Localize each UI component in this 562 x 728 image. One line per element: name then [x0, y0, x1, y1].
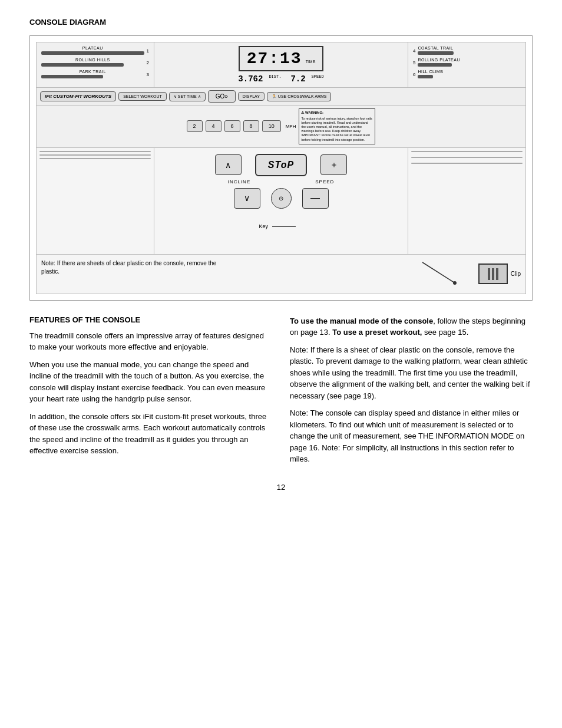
ifit-button[interactable]: iFit CUSTOM-FIT WORKOUTS [40, 91, 116, 101]
rolling-number: 2 [147, 60, 149, 65]
coastal-number: 4 [413, 48, 415, 54]
speed-up-button[interactable]: ＋ [320, 154, 347, 175]
speed-selector-row: 2 4 6 8 10 MPH ⚠ WARNING: To reduce risk… [37, 106, 525, 148]
clip-label: Clip [511, 271, 521, 277]
plateau-label: PLATEAU [41, 46, 144, 50]
features-title: FEATURES OF THE CONSOLE [29, 315, 272, 324]
diagram-inner: PLATEAU 1 ROLLING HILLS 2 PARK TRAIL [36, 42, 526, 294]
button-row: iFit CUSTOM-FIT WORKOUTS SELECT WORKOUT … [37, 88, 525, 106]
left-workouts-panel: PLATEAU 1 ROLLING HILLS 2 PARK TRAIL [37, 42, 154, 87]
clip-image: Clip [478, 263, 521, 284]
mph-label: MPH [286, 124, 296, 129]
control-labels-row: INCLINE SPEED [228, 179, 335, 185]
speed-down-button[interactable]: — [302, 188, 329, 209]
console-diagram-title: CONSOLE DIAGRAM [29, 18, 533, 27]
features-paragraph-2: When you use the manual mode, you can ch… [29, 359, 272, 405]
speed-4-button[interactable]: 4 [206, 120, 222, 132]
speed-10-button[interactable]: 10 [262, 120, 281, 132]
clip-connector: Clip [416, 259, 521, 289]
speed-8-button[interactable]: 8 [243, 120, 259, 132]
right-paragraph-3: Note: The console can display speed and … [290, 407, 533, 465]
rolling-line [41, 63, 124, 67]
manual-mode-bold: To use the manual mode of the console [290, 317, 433, 325]
page-number: 12 [29, 483, 533, 492]
clip-lines [488, 268, 498, 280]
coastal-line [418, 51, 453, 55]
left-panel [37, 148, 154, 254]
key-label: Key [259, 223, 296, 229]
left-line-2 [39, 154, 151, 156]
set-time-button[interactable]: ∨ SET TIME ∧ [169, 92, 206, 101]
right-paragraph-1: To use the manual mode of the console, f… [290, 315, 533, 338]
svg-line-0 [422, 262, 455, 283]
diagram-top-row: PLATEAU 1 ROLLING HILLS 2 PARK TRAIL [37, 42, 525, 88]
workout-item-park: PARK TRAIL 3 [41, 70, 149, 80]
speed-column: ＋ [320, 154, 347, 175]
warning-text: To reduce risk of serious injury, stand … [301, 117, 373, 142]
go-button[interactable]: GO» [208, 90, 236, 103]
sub-display: 3.762 DIST. 7.2 SPEED [238, 74, 323, 84]
hill-climb-number: 6 [413, 72, 415, 77]
features-paragraph-1: The treadmill console offers an impressi… [29, 330, 272, 353]
hill-climb-line [418, 75, 433, 78]
controls-second-row: ∨ ⊙ Key — [234, 188, 329, 209]
controls-middle-row: ∧ SToP ＋ [215, 154, 347, 176]
plateau-line [41, 51, 144, 55]
coastal-label: COASTAL TRAIL [418, 46, 453, 50]
rolling-plateau-number: 5 [413, 60, 415, 65]
features-paragraph-3: In addition, the console offers six iFit… [29, 411, 272, 457]
plateau-number: 1 [147, 48, 149, 54]
incline-label: INCLINE [228, 179, 251, 185]
time-display-box: 27:13 TIME [239, 46, 324, 71]
display-button[interactable]: DISPLAY [238, 92, 265, 101]
speed-2-button[interactable]: 2 [187, 120, 203, 132]
select-workout-button[interactable]: SELECT WORKOUT [118, 92, 167, 101]
speed-6-button[interactable]: 6 [224, 120, 240, 132]
left-line-3 [39, 158, 151, 159]
park-line [41, 75, 103, 78]
clip-box [478, 263, 508, 284]
center-display-panel: 27:13 TIME 3.762 DIST. 7.2 SPEED [154, 42, 408, 87]
right-p1-rest2: see page 15. [422, 328, 468, 337]
bottom-area: Note: If there are sheets of clear plast… [37, 254, 525, 294]
warning-header: ⚠ WARNING: [301, 111, 373, 116]
left-text-column: FEATURES OF THE CONSOLE The treadmill co… [29, 315, 272, 471]
warning-box: ⚠ WARNING: To reduce risk of serious inj… [299, 108, 375, 144]
right-line-3 [411, 163, 523, 164]
workout-item-rolling-plateau: 5 ROLLING PLATEAU [413, 58, 521, 68]
park-label: PARK TRAIL [41, 70, 144, 74]
main-control-area: ∧ SToP ＋ INCLINE SPEED ∨ [37, 148, 525, 254]
stop-button[interactable]: SToP [255, 154, 307, 176]
speed-label: SPEED [312, 74, 324, 84]
hill-climb-label: HILL CLIMB [418, 70, 443, 74]
rolling-label: ROLLING HILLS [41, 58, 144, 62]
text-content: FEATURES OF THE CONSOLE The treadmill co… [29, 315, 533, 471]
preset-workout-bold: To use a preset workout, [332, 328, 422, 337]
right-line-2 [411, 157, 523, 158]
workout-item-plateau: PLATEAU 1 [41, 46, 149, 56]
clip-area: Clip [218, 259, 521, 289]
incline-up-button[interactable]: ∧ [215, 154, 242, 175]
incline-down-button[interactable]: ∨ [234, 188, 260, 209]
dist-label: DIST. [269, 74, 281, 84]
speed-label: SPEED [315, 179, 334, 185]
svg-point-1 [453, 281, 457, 285]
time-label: TIME [306, 60, 316, 64]
workout-item-coastal: 4 COASTAL TRAIL [413, 46, 521, 56]
dist-value: 3.762 [238, 74, 263, 84]
left-line-1 [39, 151, 151, 152]
key-area: ⊙ Key [271, 188, 292, 209]
note-text: Note: If there are sheets of clear plast… [41, 259, 218, 276]
right-panel [408, 148, 525, 254]
connector-svg [416, 259, 475, 289]
right-line-1 [411, 151, 523, 152]
key-button[interactable]: ⊙ [271, 188, 292, 209]
center-controls: ∧ SToP ＋ INCLINE SPEED ∨ [154, 148, 408, 254]
clip-line-2 [492, 268, 494, 280]
rolling-plateau-label: ROLLING PLATEAU [418, 58, 460, 62]
rolling-plateau-line [418, 63, 451, 67]
workout-item-rolling: ROLLING HILLS 2 [41, 58, 149, 68]
workout-item-hill-climb: 6 HILL CLIMB [413, 70, 521, 80]
crosswalk-button[interactable]: 🏃 USE CROSSWALK ARMS [267, 92, 332, 101]
clip-line-1 [488, 268, 490, 280]
